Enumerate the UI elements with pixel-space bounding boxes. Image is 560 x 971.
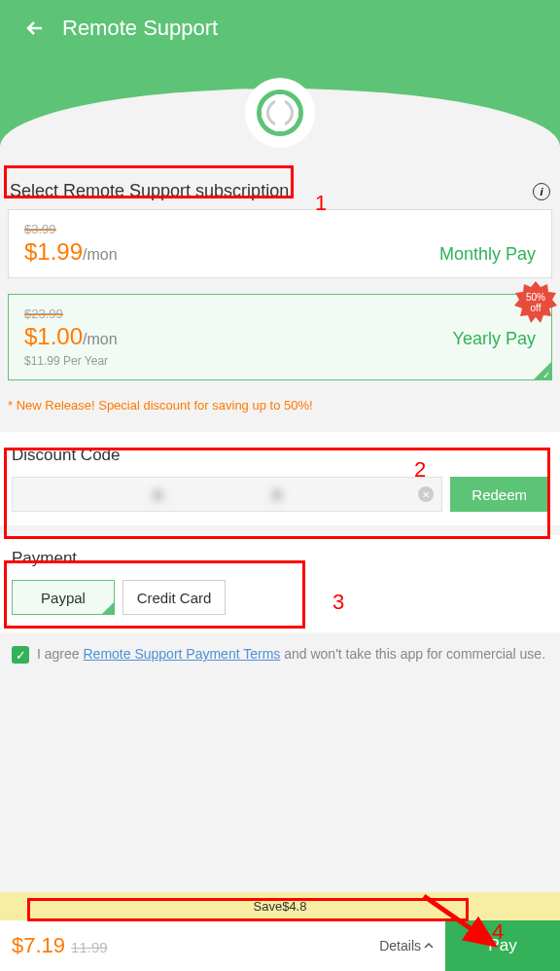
plan-monthly-per: /mon xyxy=(83,246,118,263)
plan-yearly-price: $1.00 xyxy=(24,323,83,349)
release-note: * New Release! Special discount for savi… xyxy=(8,396,552,422)
pay-current-price: $7.19 xyxy=(12,933,65,958)
plan-yearly-per: /mon xyxy=(83,331,118,347)
plan-monthly[interactable]: $3.99 $1.99/mon Monthly Pay xyxy=(8,209,552,278)
annotation-num-1: 1 xyxy=(315,191,327,216)
payment-label: Payment xyxy=(12,549,548,568)
discount-input[interactable] xyxy=(24,486,410,503)
agreement-row: ✓ I agree Remote Support Payment Terms a… xyxy=(0,632,560,677)
discount-section: Discount Code ✕ Redeem xyxy=(0,432,560,525)
info-icon[interactable]: i xyxy=(533,183,550,200)
pay-original-price: 11.99 xyxy=(71,939,108,955)
annotation-num-2: 2 xyxy=(414,457,426,483)
agreement-text: I agree Remote Support Payment Terms and… xyxy=(37,646,545,662)
plan-yearly[interactable]: 50%off $23.99 $1.00/mon Yearly Pay $11.9… xyxy=(8,294,552,380)
plan-yearly-label: Yearly Pay xyxy=(453,329,536,349)
agreement-checkbox[interactable]: ✓ xyxy=(12,646,29,664)
plan-monthly-label: Monthly Pay xyxy=(439,244,536,265)
plan-monthly-original: $3.99 xyxy=(24,222,56,236)
clear-icon[interactable]: ✕ xyxy=(418,486,434,502)
app-logo xyxy=(245,78,315,148)
subscription-section: Select Remote Support subscription i $3.… xyxy=(0,181,560,422)
subscription-title: Select Remote Support subscription xyxy=(10,181,289,201)
terms-link[interactable]: Remote Support Payment Terms xyxy=(83,646,280,662)
redeem-button[interactable]: Redeem xyxy=(450,477,548,512)
discount-input-wrap: ✕ xyxy=(12,477,442,512)
plan-yearly-note: $11.99 Per Year xyxy=(24,354,536,368)
payment-credit[interactable]: Credit Card xyxy=(122,580,226,615)
back-icon[interactable] xyxy=(23,17,47,40)
discount-badge: 50%off xyxy=(514,281,557,324)
payment-section: Payment Paypal Credit Card xyxy=(0,535,560,632)
page-title: Remote Support xyxy=(62,16,218,41)
header-bar: Remote Support xyxy=(0,0,560,56)
plan-monthly-price: $1.99 xyxy=(24,238,83,265)
header: Remote Support xyxy=(0,0,560,146)
discount-label: Discount Code xyxy=(12,446,548,465)
svg-line-2 xyxy=(424,896,494,945)
plan-yearly-original: $23.99 xyxy=(24,306,63,321)
annotation-arrow xyxy=(418,890,525,958)
annotation-num-3: 3 xyxy=(332,590,344,615)
payment-paypal[interactable]: Paypal xyxy=(12,580,115,615)
